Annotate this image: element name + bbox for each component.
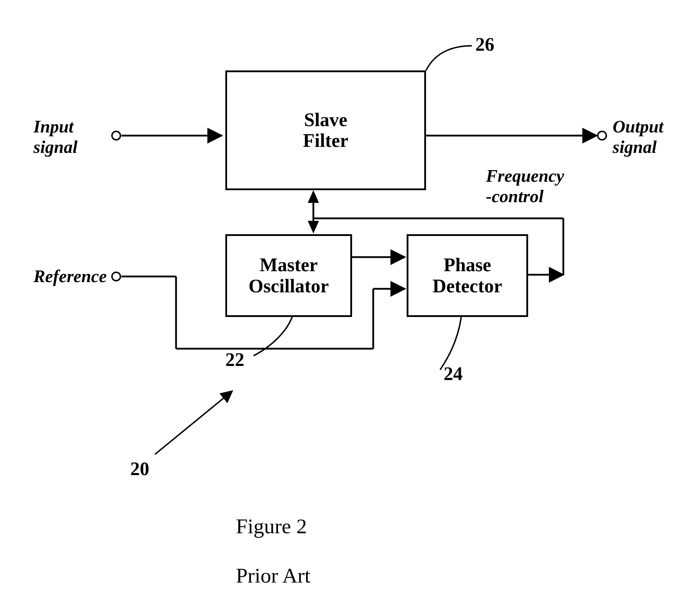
label-reference: Reference [33,266,107,286]
leader-24 [440,317,461,370]
label-input: Input signal [33,116,77,157]
block-master-oscillator-label: Master Oscillator [249,255,329,297]
caption-line1: Figure 2 [236,514,307,539]
output-terminal [598,131,606,140]
label-output: Output signal [613,116,664,157]
leader-26 [426,46,472,70]
diagram-canvas: Slave Filter Master Oscillator Phase Det… [0,0,676,616]
refnum-20: 20 [130,458,149,480]
block-phase-detector-label: Phase Detector [433,255,502,297]
input-terminal [112,131,120,140]
refnum-24: 24 [444,363,463,385]
label-frequency-control: Frequency -control [486,166,564,206]
refnum-26: 26 [475,33,494,55]
refnum-22: 22 [225,349,244,371]
block-slave-filter-label: Slave Filter [303,110,349,151]
block-phase-detector: Phase Detector [407,234,528,317]
arrowhead-down [308,221,319,234]
block-slave-filter: Slave Filter [225,70,426,190]
reference-terminal [112,272,120,281]
leader-22 [254,317,292,356]
arrowhead-up [308,190,319,203]
leader-20 [155,391,232,454]
block-master-oscillator: Master Oscillator [225,234,352,317]
caption-line2: Prior Art [236,564,311,588]
